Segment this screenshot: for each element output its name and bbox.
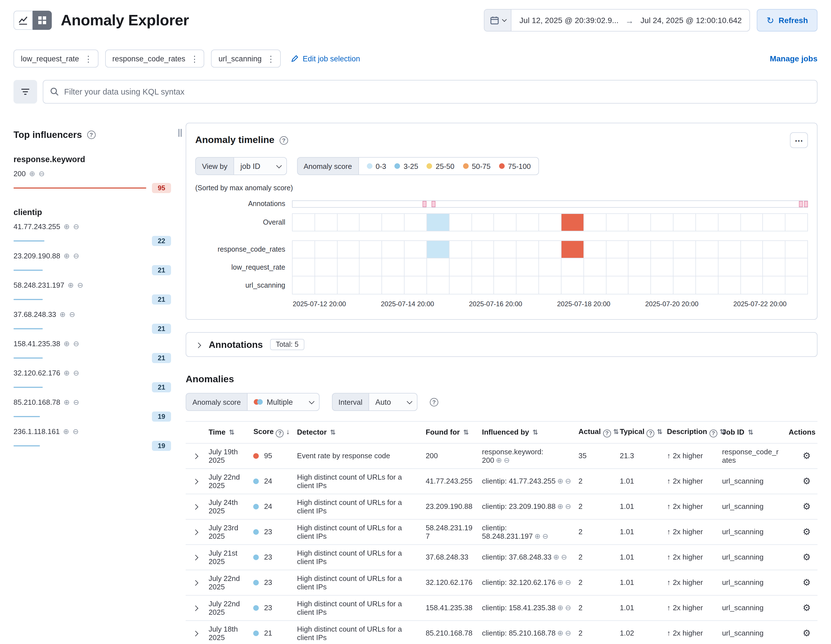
swimlane-cell[interactable] bbox=[517, 258, 539, 276]
swimlane-cell[interactable] bbox=[494, 241, 517, 258]
remove-filter-icon[interactable]: ⊖ bbox=[73, 427, 79, 436]
interval-select[interactable]: Auto bbox=[369, 393, 417, 411]
swimlane-cell[interactable] bbox=[651, 258, 674, 276]
swimlane-cell[interactable] bbox=[517, 214, 539, 231]
influencer-value[interactable]: 23.209.190.88 bbox=[13, 252, 60, 260]
swimlane-cell[interactable] bbox=[315, 258, 337, 276]
swimlane-cell[interactable] bbox=[651, 214, 674, 231]
remove-filter-icon[interactable]: ⊖ bbox=[503, 456, 510, 464]
swimlane-cell[interactable] bbox=[360, 258, 382, 276]
influencer-value[interactable]: 236.1.118.161 bbox=[13, 427, 60, 436]
swimlane-cell[interactable] bbox=[539, 241, 562, 258]
expand-row-button[interactable] bbox=[191, 576, 200, 589]
swimlane-cell[interactable] bbox=[404, 276, 427, 295]
expand-row-button[interactable] bbox=[191, 449, 200, 462]
end-date[interactable]: Jul 24, 2025 @ 12:00:10.642 bbox=[640, 16, 742, 25]
sort-icon[interactable]: ⇅ bbox=[657, 428, 662, 436]
swimlane-cell[interactable] bbox=[562, 241, 584, 258]
help-icon[interactable]: ? bbox=[710, 429, 717, 437]
swimlane-cell[interactable] bbox=[785, 214, 808, 231]
add-filter-icon[interactable]: ⊕ bbox=[29, 169, 35, 178]
add-filter-icon[interactable]: ⊕ bbox=[64, 222, 70, 231]
swimlane-cell[interactable] bbox=[584, 241, 607, 258]
swimlane-cell[interactable] bbox=[584, 214, 607, 231]
swimlane-cell[interactable] bbox=[741, 258, 763, 276]
swimlane-cell[interactable] bbox=[606, 214, 629, 231]
swimlane-cell[interactable] bbox=[472, 276, 494, 295]
swimlane-cell[interactable] bbox=[718, 241, 741, 258]
column-header-description[interactable]: Description?⇅ bbox=[664, 421, 719, 443]
remove-filter-icon[interactable]: ⊖ bbox=[561, 553, 567, 561]
help-icon[interactable]: ? bbox=[87, 131, 96, 139]
remove-filter-icon[interactable]: ⊖ bbox=[73, 252, 79, 260]
add-filter-icon[interactable]: ⊕ bbox=[60, 310, 66, 319]
swimlane-cell[interactable] bbox=[494, 258, 517, 276]
sort-icon[interactable]: ⇅ bbox=[330, 429, 336, 437]
add-filter-icon[interactable]: ⊕ bbox=[64, 252, 70, 260]
swimlane-cell[interactable] bbox=[293, 276, 315, 295]
swimlane-cell[interactable] bbox=[337, 258, 360, 276]
annotation-marker[interactable] bbox=[799, 201, 803, 207]
swimlane-cell[interactable] bbox=[539, 214, 562, 231]
help-icon[interactable]: ? bbox=[603, 429, 611, 437]
annotation-marker[interactable] bbox=[431, 201, 435, 207]
swimlane-cell[interactable] bbox=[606, 276, 629, 295]
add-filter-icon[interactable]: ⊕ bbox=[64, 340, 70, 348]
job-chip[interactable]: url_scanning⋮ bbox=[211, 49, 281, 67]
column-header-found-for[interactable]: Found for⇅ bbox=[422, 421, 479, 443]
swimlane-cell[interactable] bbox=[337, 276, 360, 295]
column-header-actual[interactable]: Actual?⇅ bbox=[575, 421, 616, 443]
swimlane-cell[interactable] bbox=[785, 276, 808, 295]
swimlane-cell[interactable] bbox=[763, 258, 786, 276]
swimlane-cell[interactable] bbox=[629, 214, 651, 231]
row-actions-button[interactable]: ⚙ bbox=[802, 577, 811, 588]
swimlane-cell[interactable] bbox=[382, 276, 405, 295]
swimlane-cell[interactable] bbox=[629, 276, 651, 295]
row-actions-button[interactable]: ⚙ bbox=[802, 476, 811, 486]
add-filter-icon[interactable]: ⊕ bbox=[557, 604, 564, 612]
influencer-value[interactable]: 41.77.243.255 bbox=[13, 222, 60, 231]
swimlane-cell[interactable] bbox=[293, 241, 315, 258]
expand-row-button[interactable] bbox=[191, 550, 200, 563]
chip-options-icon[interactable]: ⋮ bbox=[267, 54, 275, 63]
add-filter-icon[interactable]: ⊕ bbox=[553, 553, 559, 561]
add-filter-icon[interactable]: ⊕ bbox=[68, 281, 74, 289]
swimlane-cell[interactable] bbox=[315, 276, 337, 295]
row-actions-button[interactable]: ⚙ bbox=[802, 501, 811, 512]
swimlane-cell[interactable] bbox=[427, 214, 449, 231]
swimlane-cell[interactable] bbox=[629, 258, 651, 276]
swimlane-cell[interactable] bbox=[741, 276, 763, 295]
sort-desc-icon[interactable]: ↓ bbox=[286, 427, 290, 436]
add-filter-icon[interactable]: ⊕ bbox=[557, 502, 564, 510]
sort-icon[interactable]: ⇅ bbox=[748, 429, 753, 437]
swimlane-cell[interactable] bbox=[696, 258, 718, 276]
swimlane-cell[interactable] bbox=[315, 241, 337, 258]
swimlane-view-button[interactable] bbox=[33, 11, 52, 30]
annotation-marker[interactable] bbox=[422, 201, 426, 207]
swimlane-cell[interactable] bbox=[315, 214, 337, 231]
swimlane-cell[interactable] bbox=[651, 276, 674, 295]
swimlane-cell[interactable] bbox=[673, 241, 696, 258]
column-header-job-id[interactable]: Job ID⇅ bbox=[719, 421, 785, 443]
sort-icon[interactable]: ⇅ bbox=[463, 429, 469, 437]
swimlane-cell[interactable] bbox=[696, 214, 718, 231]
swimlane-cell[interactable] bbox=[718, 214, 741, 231]
swimlane-cell[interactable] bbox=[629, 241, 651, 258]
annotations-expand-button[interactable] bbox=[195, 339, 201, 350]
help-icon[interactable]: ? bbox=[647, 429, 654, 437]
manage-jobs-link[interactable]: Manage jobs bbox=[770, 54, 818, 63]
expand-row-button[interactable] bbox=[191, 626, 200, 639]
influencer-value[interactable]: 158.41.235.38 bbox=[13, 340, 60, 348]
swimlane-cell[interactable] bbox=[293, 214, 315, 231]
swimlane-cell[interactable] bbox=[382, 258, 405, 276]
swimlane-cell[interactable] bbox=[741, 241, 763, 258]
swimlane-cell[interactable] bbox=[562, 258, 584, 276]
column-header-score[interactable]: Score?↓ bbox=[250, 421, 294, 443]
add-filter-icon[interactable]: ⊕ bbox=[535, 532, 541, 540]
swimlane-cell[interactable] bbox=[449, 258, 472, 276]
swimlane-cell[interactable] bbox=[494, 214, 517, 231]
swimlane-cell[interactable] bbox=[785, 241, 808, 258]
quick-select-button[interactable] bbox=[485, 10, 512, 31]
remove-filter-icon[interactable]: ⊖ bbox=[565, 578, 572, 587]
swimlane-cell[interactable] bbox=[606, 258, 629, 276]
